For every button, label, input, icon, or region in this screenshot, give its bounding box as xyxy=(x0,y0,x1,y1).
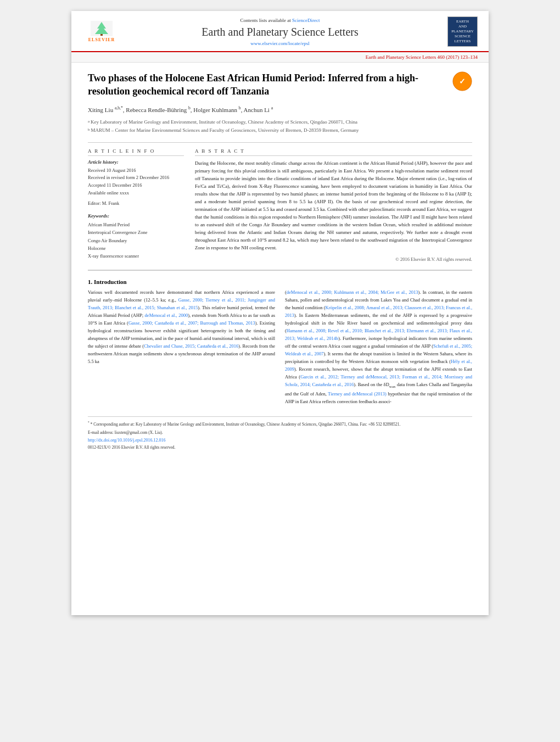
contents-text: Contents lists available at xyxy=(240,18,291,23)
journal-title: Earth and Planetary Science Letters xyxy=(121,25,439,39)
affil-a: a Key Laboratory of Marine Geology and E… xyxy=(88,119,472,126)
keywords-label: Keywords: xyxy=(88,213,184,219)
sciencedirect-name[interactable]: ScienceDirect xyxy=(292,18,320,23)
affil-a-text: Key Laboratory of Marine Geology and Env… xyxy=(91,119,357,126)
sciencedirect-link: Contents lists available at ScienceDirec… xyxy=(121,18,439,23)
info-abstract-columns: A R T I C L E I N F O Article history: R… xyxy=(88,148,472,262)
keywords-list: African Humid Period Intertropical Conve… xyxy=(88,221,184,260)
elsevier-logo: ELSEVIER xyxy=(82,19,121,44)
keywords-section: Keywords: African Humid Period Intertrop… xyxy=(88,213,184,260)
journal-logo-right: EARTHANDPLANETARYSCIENCELETTERS xyxy=(439,16,478,47)
section-divider xyxy=(88,142,472,143)
editor-text: Editor: M. Frank xyxy=(88,200,184,208)
issn-copyright: 0012-821X/© 2016 Elsevier B.V. All right… xyxy=(88,445,472,450)
kw-3: Holocene xyxy=(88,244,184,252)
available: Available online xxxx xyxy=(88,189,184,197)
affil-b: b MARUM – Center for Marine Environmenta… xyxy=(88,127,472,135)
journal-logo-box: EARTHANDPLANETARYSCIENCELETTERS xyxy=(447,16,478,47)
email-footnote: E-mail address: liuxten@gmail.com (X. Li… xyxy=(88,429,472,436)
kw-0: African Humid Period xyxy=(88,221,184,228)
kw-1: Intertropical Convergence Zone xyxy=(88,228,184,236)
kw-4: X-ray fluorescence scanner xyxy=(88,252,184,260)
svg-text:✓: ✓ xyxy=(459,77,466,86)
footnotes-section: * * Corresponding author at: Key Laborat… xyxy=(88,416,472,450)
header-center: Contents lists available at ScienceDirec… xyxy=(121,18,439,46)
svg-rect-2 xyxy=(100,34,103,36)
history-text: Received 10 August 2016 Received in revi… xyxy=(88,167,184,197)
body-left-col: Various well documented records have dem… xyxy=(88,288,275,410)
citation-bar: Earth and Planetary Science Letters 460 … xyxy=(71,52,489,63)
elsevier-tree-icon xyxy=(91,21,113,36)
article-info-col: A R T I C L E I N F O Article history: R… xyxy=(88,148,184,262)
authors-line: Xiting Liu a,b,*, Rebecca Rendle-Bühring… xyxy=(88,105,472,114)
affil-b-text: MARUM – Center for Marine Environmental … xyxy=(91,127,359,135)
title-section: Two phases of the Holocene East African … xyxy=(88,71,472,98)
history-label: Article history: xyxy=(88,159,184,165)
corresponding-footnote: * * Corresponding author at: Key Laborat… xyxy=(88,420,472,428)
citation-text: Earth and Planetary Science Letters 460 … xyxy=(366,54,478,60)
article-content: Two phases of the Holocene East African … xyxy=(71,63,489,461)
article-title: Two phases of the Holocene East African … xyxy=(88,71,447,98)
crossmark-icon: ✓ xyxy=(452,71,472,91)
journal-url[interactable]: www.elsevier.com/locate/epsl xyxy=(121,41,439,46)
body-columns: Various well documented records have dem… xyxy=(88,288,472,410)
abstract-label: A B S T R A C T xyxy=(195,148,472,156)
affiliations: a Key Laboratory of Marine Geology and E… xyxy=(88,119,472,135)
received: Received 10 August 2016 xyxy=(88,167,184,175)
kw-2: Congo Air Boundary xyxy=(88,237,184,244)
article-page: ELSEVIER Contents lists available at Sci… xyxy=(71,11,489,615)
section1-heading: 1. Introduction xyxy=(88,278,472,285)
elsevier-text: ELSEVIER xyxy=(88,37,115,42)
journal-header: ELSEVIER Contents lists available at Sci… xyxy=(71,11,489,52)
abstract-col: A B S T R A C T During the Holocene, the… xyxy=(195,148,472,262)
body-right-text: (deMenocal et al., 2000; Kuhlmann et al.… xyxy=(285,288,472,406)
abstract-text: During the Holocene, the most notably cl… xyxy=(195,159,472,252)
doi-link[interactable]: http://dx.doi.org/10.1016/j.epsl.2016.12… xyxy=(88,438,472,443)
body-divider xyxy=(88,270,472,271)
body-left-text: Various well documented records have dem… xyxy=(88,288,275,365)
revised: Received in revised form 2 December 2016 xyxy=(88,174,184,182)
copyright-text: © 2016 Elsevier B.V. All rights reserved… xyxy=(195,256,472,262)
accepted: Accepted 11 December 2016 xyxy=(88,182,184,189)
article-info-label: A R T I C L E I N F O xyxy=(88,148,184,156)
body-right-col: (deMenocal et al., 2000; Kuhlmann et al.… xyxy=(285,288,472,410)
